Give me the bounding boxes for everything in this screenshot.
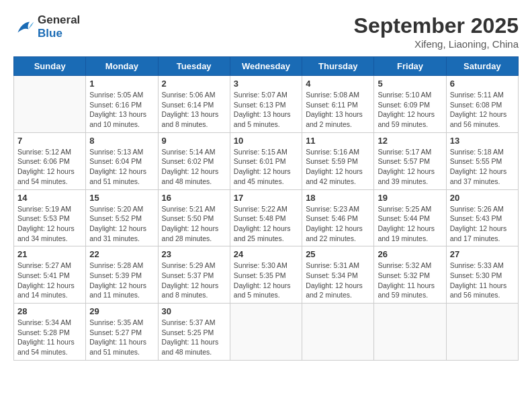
day-info: Sunrise: 5:11 AM Sunset: 6:08 PM Dayligh…	[450, 90, 515, 130]
day-number: 8	[89, 136, 154, 146]
day-number: 19	[378, 193, 442, 203]
calendar-cell: 13Sunrise: 5:18 AM Sunset: 5:55 PM Dayli…	[446, 132, 518, 189]
day-info: Sunrise: 5:34 AM Sunset: 5:28 PM Dayligh…	[17, 318, 82, 357]
day-number: 27	[450, 249, 515, 259]
day-number: 28	[17, 306, 82, 316]
day-number: 25	[306, 249, 370, 259]
day-number: 30	[162, 306, 226, 316]
calendar-cell: 5Sunrise: 5:10 AM Sunset: 6:09 PM Daylig…	[374, 76, 446, 133]
day-number: 22	[89, 249, 154, 259]
calendar-cell: 23Sunrise: 5:29 AM Sunset: 5:37 PM Dayli…	[158, 246, 230, 304]
day-info: Sunrise: 5:35 AM Sunset: 5:27 PM Dayligh…	[89, 318, 154, 357]
day-info: Sunrise: 5:08 AM Sunset: 6:11 PM Dayligh…	[306, 90, 370, 130]
page-header: General Blue September 2025 Xifeng, Liao…	[13, 13, 519, 50]
day-info: Sunrise: 5:21 AM Sunset: 5:50 PM Dayligh…	[162, 204, 226, 244]
day-info: Sunrise: 5:07 AM Sunset: 6:13 PM Dayligh…	[234, 90, 298, 130]
location-subtitle: Xifeng, Liaoning, China	[354, 38, 519, 50]
day-info: Sunrise: 5:25 AM Sunset: 5:44 PM Dayligh…	[378, 204, 442, 244]
day-info: Sunrise: 5:18 AM Sunset: 5:55 PM Dayligh…	[450, 147, 515, 187]
day-number: 1	[89, 79, 154, 89]
calendar-cell: 7Sunrise: 5:12 AM Sunset: 6:06 PM Daylig…	[14, 132, 86, 189]
day-info: Sunrise: 5:12 AM Sunset: 6:06 PM Dayligh…	[17, 147, 82, 187]
column-header-monday: Monday	[86, 57, 158, 76]
day-number: 7	[17, 136, 82, 146]
day-info: Sunrise: 5:29 AM Sunset: 5:37 PM Dayligh…	[162, 261, 226, 300]
day-number: 3	[234, 79, 298, 89]
day-info: Sunrise: 5:23 AM Sunset: 5:46 PM Dayligh…	[306, 204, 370, 244]
column-header-friday: Friday	[374, 57, 446, 76]
day-info: Sunrise: 5:33 AM Sunset: 5:30 PM Dayligh…	[450, 261, 515, 300]
calendar-week-row: 1Sunrise: 5:05 AM Sunset: 6:16 PM Daylig…	[14, 76, 519, 133]
calendar-week-row: 28Sunrise: 5:34 AM Sunset: 5:28 PM Dayli…	[14, 304, 519, 361]
day-info: Sunrise: 5:28 AM Sunset: 5:39 PM Dayligh…	[89, 261, 154, 300]
day-info: Sunrise: 5:16 AM Sunset: 5:59 PM Dayligh…	[306, 147, 370, 187]
calendar-cell: 29Sunrise: 5:35 AM Sunset: 5:27 PM Dayli…	[86, 304, 158, 361]
calendar-table: SundayMondayTuesdayWednesdayThursdayFrid…	[13, 56, 519, 361]
calendar-cell: 18Sunrise: 5:23 AM Sunset: 5:46 PM Dayli…	[302, 189, 374, 246]
day-info: Sunrise: 5:32 AM Sunset: 5:32 PM Dayligh…	[378, 261, 442, 300]
day-number: 5	[378, 79, 442, 89]
calendar-cell: 10Sunrise: 5:15 AM Sunset: 6:01 PM Dayli…	[230, 132, 302, 189]
calendar-cell: 22Sunrise: 5:28 AM Sunset: 5:39 PM Dayli…	[86, 246, 158, 304]
day-number: 14	[17, 193, 82, 203]
day-info: Sunrise: 5:22 AM Sunset: 5:48 PM Dayligh…	[234, 204, 298, 244]
day-number: 9	[162, 136, 226, 146]
calendar-cell: 20Sunrise: 5:26 AM Sunset: 5:43 PM Dayli…	[446, 189, 518, 246]
calendar-header-row: SundayMondayTuesdayWednesdayThursdayFrid…	[14, 57, 519, 76]
calendar-week-row: 21Sunrise: 5:27 AM Sunset: 5:41 PM Dayli…	[14, 246, 519, 304]
calendar-cell	[374, 304, 446, 361]
day-number: 13	[450, 136, 515, 146]
logo-icon	[13, 17, 35, 36]
day-info: Sunrise: 5:17 AM Sunset: 5:57 PM Dayligh…	[378, 147, 442, 187]
day-number: 6	[450, 79, 515, 89]
day-info: Sunrise: 5:06 AM Sunset: 6:14 PM Dayligh…	[162, 90, 226, 130]
calendar-cell: 2Sunrise: 5:06 AM Sunset: 6:14 PM Daylig…	[158, 76, 230, 133]
day-info: Sunrise: 5:15 AM Sunset: 6:01 PM Dayligh…	[234, 147, 298, 187]
day-number: 12	[378, 136, 442, 146]
calendar-cell: 27Sunrise: 5:33 AM Sunset: 5:30 PM Dayli…	[446, 246, 518, 304]
calendar-cell	[14, 76, 86, 133]
day-number: 15	[89, 193, 154, 203]
calendar-cell	[302, 304, 374, 361]
calendar-cell: 12Sunrise: 5:17 AM Sunset: 5:57 PM Dayli…	[374, 132, 446, 189]
calendar-cell: 25Sunrise: 5:31 AM Sunset: 5:34 PM Dayli…	[302, 246, 374, 304]
calendar-cell: 21Sunrise: 5:27 AM Sunset: 5:41 PM Dayli…	[14, 246, 86, 304]
logo: General Blue	[13, 13, 80, 40]
day-number: 17	[234, 193, 298, 203]
calendar-week-row: 14Sunrise: 5:19 AM Sunset: 5:53 PM Dayli…	[14, 189, 519, 246]
calendar-cell: 30Sunrise: 5:37 AM Sunset: 5:25 PM Dayli…	[158, 304, 230, 361]
column-header-sunday: Sunday	[14, 57, 86, 76]
day-number: 2	[162, 79, 226, 89]
day-info: Sunrise: 5:19 AM Sunset: 5:53 PM Dayligh…	[17, 204, 82, 244]
day-info: Sunrise: 5:30 AM Sunset: 5:35 PM Dayligh…	[234, 261, 298, 300]
calendar-cell: 1Sunrise: 5:05 AM Sunset: 6:16 PM Daylig…	[86, 76, 158, 133]
calendar-cell: 6Sunrise: 5:11 AM Sunset: 6:08 PM Daylig…	[446, 76, 518, 133]
day-info: Sunrise: 5:14 AM Sunset: 6:02 PM Dayligh…	[162, 147, 226, 187]
calendar-cell: 14Sunrise: 5:19 AM Sunset: 5:53 PM Dayli…	[14, 189, 86, 246]
calendar-cell: 4Sunrise: 5:08 AM Sunset: 6:11 PM Daylig…	[302, 76, 374, 133]
day-number: 26	[378, 249, 442, 259]
day-info: Sunrise: 5:37 AM Sunset: 5:25 PM Dayligh…	[162, 318, 226, 357]
day-number: 21	[17, 249, 82, 259]
column-header-saturday: Saturday	[446, 57, 518, 76]
day-number: 11	[306, 136, 370, 146]
column-header-thursday: Thursday	[302, 57, 374, 76]
calendar-cell	[230, 304, 302, 361]
day-info: Sunrise: 5:27 AM Sunset: 5:41 PM Dayligh…	[17, 261, 82, 300]
calendar-cell: 24Sunrise: 5:30 AM Sunset: 5:35 PM Dayli…	[230, 246, 302, 304]
calendar-cell	[446, 304, 518, 361]
day-number: 4	[306, 79, 370, 89]
logo-text: General Blue	[38, 13, 80, 40]
calendar-cell: 3Sunrise: 5:07 AM Sunset: 6:13 PM Daylig…	[230, 76, 302, 133]
day-info: Sunrise: 5:10 AM Sunset: 6:09 PM Dayligh…	[378, 90, 442, 130]
day-number: 16	[162, 193, 226, 203]
day-number: 23	[162, 249, 226, 259]
calendar-cell: 26Sunrise: 5:32 AM Sunset: 5:32 PM Dayli…	[374, 246, 446, 304]
day-info: Sunrise: 5:13 AM Sunset: 6:04 PM Dayligh…	[89, 147, 154, 187]
day-number: 20	[450, 193, 515, 203]
day-info: Sunrise: 5:31 AM Sunset: 5:34 PM Dayligh…	[306, 261, 370, 300]
day-number: 18	[306, 193, 370, 203]
day-info: Sunrise: 5:20 AM Sunset: 5:52 PM Dayligh…	[89, 204, 154, 244]
calendar-cell: 15Sunrise: 5:20 AM Sunset: 5:52 PM Dayli…	[86, 189, 158, 246]
day-number: 10	[234, 136, 298, 146]
